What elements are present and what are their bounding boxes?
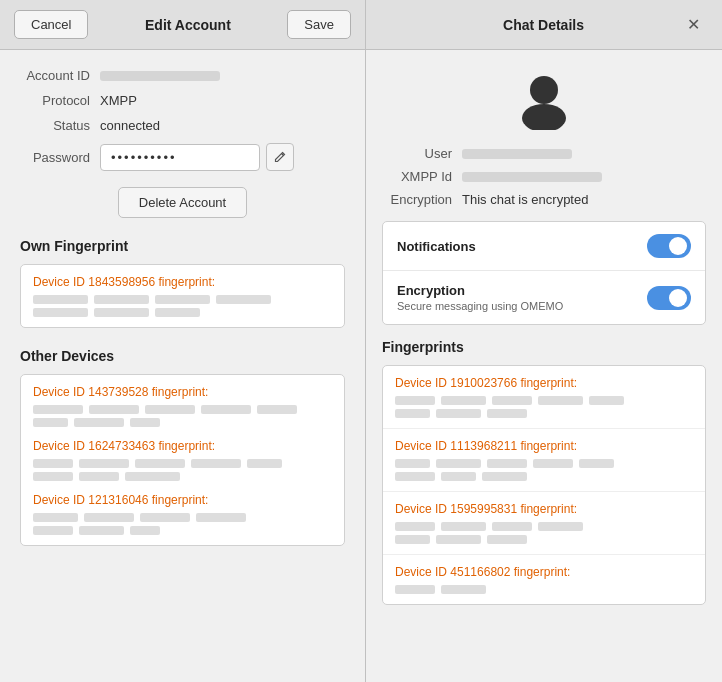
xmpp-id-value	[462, 172, 602, 182]
fp-item-device-line-2: Device ID 1595995831 fingerprint:	[395, 502, 693, 516]
user-row: User	[382, 146, 706, 161]
status-row: Status connected	[20, 118, 345, 133]
fp-row	[395, 585, 693, 594]
fp-chunk	[492, 522, 532, 531]
other-devices-title: Other Devices	[20, 348, 345, 364]
fp-chunk	[533, 459, 573, 468]
cancel-button[interactable]: Cancel	[14, 10, 88, 39]
fp-item-device-line-3: Device ID 451166802 fingerprint:	[395, 565, 693, 579]
notifications-toggle-row: Notifications	[383, 222, 705, 270]
fp-item-3: Device ID 451166802 fingerprint:	[383, 555, 705, 604]
fp-item-device-line-0: Device ID 1910023766 fingerprint:	[395, 376, 693, 390]
fp-chunk	[441, 522, 486, 531]
own-fp-row-2	[33, 308, 332, 317]
edit-password-button[interactable]	[266, 143, 294, 171]
fp-chunk	[395, 396, 435, 405]
fp-item-device-line-1: Device ID 1113968211 fingerprint:	[395, 439, 693, 453]
notifications-left: Notifications	[397, 239, 476, 254]
own-fingerprint-box: Device ID 1843598956 fingerprint:	[20, 264, 345, 328]
fp-chunk	[441, 396, 486, 405]
fp-row	[395, 535, 693, 544]
fp-chunk	[436, 535, 481, 544]
fp-chunk	[33, 513, 78, 522]
own-fp-row-1	[33, 295, 332, 304]
fp-row	[395, 472, 693, 481]
fp-chunk	[487, 459, 527, 468]
delete-account-button[interactable]: Delete Account	[118, 187, 247, 218]
close-button[interactable]: ✕	[681, 13, 706, 36]
fingerprints-container: Device ID 1910023766 fingerprint:	[382, 365, 706, 605]
encryption-row: Encryption This chat is encrypted	[382, 192, 706, 207]
fp-chunk	[538, 396, 583, 405]
fingerprints-title: Fingerprints	[382, 339, 706, 355]
fp-chunk	[79, 459, 129, 468]
fp-chunk	[84, 513, 134, 522]
fp-chunk	[492, 396, 532, 405]
fp-chunk	[33, 472, 73, 481]
own-fp-device-line: Device ID 1843598956 fingerprint:	[33, 275, 332, 289]
fp-chunk	[487, 535, 527, 544]
fp-item-rows-1	[395, 459, 693, 481]
avatar-area	[382, 66, 706, 130]
right-panel: Chat Details ✕ User XMPP Id Encryption T…	[366, 0, 722, 682]
device-line-1: Device ID 1624733463 fingerprint:	[33, 439, 332, 453]
fp-chunk	[487, 409, 527, 418]
device-line-2: Device ID 121316046 fingerprint:	[33, 493, 332, 507]
encryption-value: This chat is encrypted	[462, 192, 588, 207]
fp-chunk	[395, 535, 430, 544]
fp-chunk	[589, 396, 624, 405]
protocol-label: Protocol	[20, 93, 100, 108]
encryption-toggle-label: Encryption	[397, 283, 563, 298]
fp-chunk	[155, 295, 210, 304]
fp-chunk	[216, 295, 271, 304]
fp-chunk	[33, 459, 73, 468]
fp-chunk	[130, 418, 160, 427]
encryption-toggle[interactable]	[647, 286, 691, 310]
fp-chunk	[79, 472, 119, 481]
fp-chunk	[482, 472, 527, 481]
encryption-slider	[647, 286, 691, 310]
fp-chunk	[79, 526, 124, 535]
fp-row	[33, 526, 332, 535]
password-row: Password	[20, 143, 345, 171]
fp-chunk	[94, 308, 149, 317]
fp-chunk	[395, 459, 430, 468]
protocol-value: XMPP	[100, 93, 137, 108]
fp-chunk	[538, 522, 583, 531]
password-field-group	[100, 143, 294, 171]
notifications-label: Notifications	[397, 239, 476, 254]
fp-chunk	[579, 459, 614, 468]
fp-chunk	[74, 418, 124, 427]
fp-row	[33, 472, 332, 481]
encryption-toggle-sublabel: Secure messaging using OMEMO	[397, 300, 563, 312]
fp-chunk	[436, 409, 481, 418]
fp-row	[33, 418, 332, 427]
fp-chunk	[94, 295, 149, 304]
device-fp-rows-2	[33, 513, 332, 535]
fp-chunk	[145, 405, 195, 414]
fp-chunk	[125, 472, 180, 481]
fp-row	[395, 396, 693, 405]
fp-chunk	[395, 522, 435, 531]
fp-chunk	[247, 459, 282, 468]
notifications-toggle[interactable]	[647, 234, 691, 258]
device-fp-rows-0	[33, 405, 332, 427]
account-id-value	[100, 71, 220, 81]
password-input[interactable]	[100, 144, 260, 171]
fp-chunk	[140, 513, 190, 522]
fp-row	[395, 522, 693, 531]
account-id-row: Account ID	[20, 68, 345, 83]
svg-point-1	[522, 104, 566, 130]
chat-details-title: Chat Details	[406, 17, 681, 33]
fp-chunk	[436, 459, 481, 468]
left-content: Account ID Protocol XMPP Status connecte…	[0, 50, 365, 682]
fp-item-2: Device ID 1595995831 fingerprint:	[383, 492, 705, 555]
account-id-label: Account ID	[20, 68, 100, 83]
device-fp-rows-1	[33, 459, 332, 481]
left-header: Cancel Edit Account Save	[0, 0, 365, 50]
fp-item-rows-2	[395, 522, 693, 544]
fp-chunk	[33, 308, 88, 317]
fp-item-rows-3	[395, 585, 693, 594]
fp-row	[395, 409, 693, 418]
save-button[interactable]: Save	[287, 10, 351, 39]
